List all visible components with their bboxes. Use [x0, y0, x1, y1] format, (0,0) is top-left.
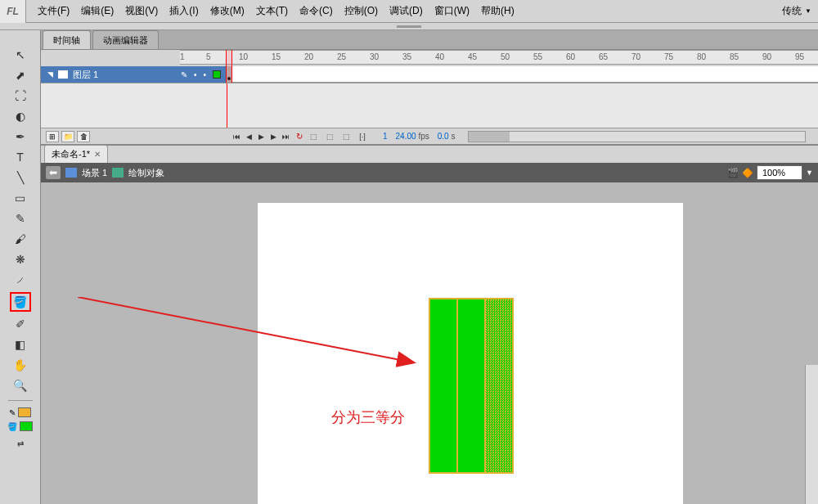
shape-segment-3-selected[interactable]: [485, 299, 513, 473]
lasso-tool[interactable]: ◐: [12, 108, 29, 124]
ruler-mark: 45: [468, 52, 477, 61]
vertical-scrollbar[interactable]: [805, 365, 818, 504]
main-menubar: FL 文件(F) 编辑(E) 视图(V) 插入(I) 修改(M) 文本(T) 命…: [0, 0, 818, 23]
onion-markers-button[interactable]: [·]: [357, 131, 368, 142]
loop-icon[interactable]: ↻: [296, 132, 303, 141]
frame-ruler[interactable]: 1 5 10 15 20 25 30 35 40 45 50 55 60 65 …: [180, 50, 818, 65]
layer-lock-dot[interactable]: •: [203, 70, 206, 79]
playback-controls: ⏮ ◀ ▶ ▶ ⏭ ↻ ⬚ ⬚ ⬚ [·] 1 24.00 fps 0.0 s: [226, 131, 818, 142]
menu-window[interactable]: 窗口(W): [429, 1, 474, 21]
ruler-mark: 5: [206, 52, 211, 61]
subselection-tool[interactable]: ⬈: [12, 67, 29, 83]
ruler-mark: 60: [566, 52, 575, 61]
keyframe-1[interactable]: [226, 66, 232, 82]
rectangle-tool[interactable]: ▭: [12, 190, 29, 206]
next-frame-button[interactable]: ▶: [267, 131, 279, 142]
workspace-selector[interactable]: 传统 ▼: [782, 4, 818, 18]
zoom-selector[interactable]: 100%: [757, 165, 802, 180]
panel-grip[interactable]: [0, 23, 818, 30]
canvas-area[interactable]: 分为三等分: [41, 182, 818, 504]
deco-tool[interactable]: ❋: [12, 251, 29, 268]
ruler-mark: 20: [304, 52, 313, 61]
first-frame-button[interactable]: ⏮: [231, 131, 242, 142]
object-breadcrumb[interactable]: 绘制对象: [128, 167, 164, 179]
fill-color-swatch[interactable]: [20, 421, 33, 431]
annotation-text: 分为三等分: [331, 407, 405, 427]
document-tabs: 未命名-1* ✕: [41, 145, 818, 163]
hand-tool[interactable]: ✋: [12, 357, 29, 373]
fps-display: 24.00 fps: [396, 132, 429, 141]
eraser-tool[interactable]: ◧: [12, 336, 29, 353]
flash-logo: FL: [0, 0, 26, 23]
menu-help[interactable]: 帮助(H): [476, 1, 519, 21]
onion-outline-button[interactable]: ⬚: [324, 131, 335, 142]
menu-debug[interactable]: 调试(D): [384, 1, 428, 21]
line-tool[interactable]: ╲: [12, 169, 29, 186]
timeline-hscroll[interactable]: [468, 131, 806, 142]
tab-timeline[interactable]: 时间轴: [43, 30, 91, 49]
menu-text[interactable]: 文本(T): [251, 1, 293, 21]
back-button[interactable]: ⬅: [46, 166, 61, 179]
layer-buttons: ⊞ 📁 🗑: [41, 131, 226, 142]
ruler-mark: 25: [337, 52, 346, 61]
ruler-mark: 50: [501, 52, 510, 61]
drawing-object[interactable]: [429, 298, 514, 474]
last-frame-button[interactable]: ⏭: [280, 131, 291, 142]
new-folder-button[interactable]: 📁: [61, 131, 74, 142]
document-tab[interactable]: 未命名-1* ✕: [44, 145, 108, 163]
layer-outline-color[interactable]: [213, 70, 221, 79]
keyframe-dot-icon: [227, 77, 231, 80]
free-transform-tool[interactable]: ⛶: [12, 88, 29, 104]
close-icon[interactable]: ✕: [94, 150, 101, 159]
menu-edit[interactable]: 编辑(E): [76, 1, 119, 21]
new-layer-button[interactable]: ⊞: [46, 131, 59, 142]
menu-commands[interactable]: 命令(C): [294, 1, 338, 21]
play-button[interactable]: ▶: [255, 131, 267, 142]
ruler-mark: 40: [435, 52, 444, 61]
fill-color-row[interactable]: 🪣: [7, 421, 33, 431]
zoom-value: 100%: [762, 168, 785, 178]
swap-colors-button[interactable]: ⇄: [12, 435, 29, 452]
brush-tool[interactable]: 🖌: [12, 231, 29, 247]
timeline-ruler[interactable]: ● 🔒 □ 1 5 10 15 20 25 30 35 40 45 50 55: [41, 50, 818, 66]
pen-tool[interactable]: ✒: [12, 128, 29, 145]
shape-segment-1[interactable]: [429, 299, 457, 473]
bucket-icon: 🪣: [7, 422, 17, 431]
ruler-mark: 15: [272, 52, 281, 61]
layer-info[interactable]: ◥ 图层 1 ✎ • •: [41, 66, 226, 83]
onion-skin-button[interactable]: ⬚: [308, 131, 319, 142]
paint-bucket-tool[interactable]: 🪣: [12, 294, 29, 310]
layer-expand-icon[interactable]: ◥: [47, 70, 53, 79]
edit-multiple-button[interactable]: ⬚: [340, 131, 352, 142]
text-tool[interactable]: T: [12, 149, 29, 165]
time-display: 0.0 s: [438, 132, 456, 141]
menu-control[interactable]: 控制(O): [339, 1, 383, 21]
menu-modify[interactable]: 修改(M): [205, 1, 249, 21]
scene-breadcrumb[interactable]: 场景 1: [82, 167, 107, 179]
zoom-tool[interactable]: 🔍: [12, 377, 29, 394]
stroke-color-swatch[interactable]: [18, 407, 31, 417]
delete-layer-button[interactable]: 🗑: [77, 131, 90, 142]
menu-insert[interactable]: 插入(I): [164, 1, 203, 21]
ruler-mark: 10: [239, 52, 248, 61]
layer-frames[interactable]: [226, 66, 818, 83]
layer-name: 图层 1: [73, 69, 98, 81]
selection-tool[interactable]: ↖: [12, 47, 29, 63]
stroke-color-row[interactable]: ✎: [9, 407, 31, 417]
pencil-tool[interactable]: ✎: [12, 210, 29, 227]
bone-tool[interactable]: ⟋: [12, 272, 29, 288]
tab-motion-editor[interactable]: 动画编辑器: [92, 30, 159, 49]
menu-file[interactable]: 文件(F): [33, 1, 74, 21]
edit-scene-icon[interactable]: 🎬: [727, 168, 739, 178]
layer-visibility-dot[interactable]: •: [194, 70, 197, 79]
ruler-mark: 30: [370, 52, 379, 61]
menu-view[interactable]: 视图(V): [120, 1, 163, 21]
layer-row[interactable]: ◥ 图层 1 ✎ • •: [41, 66, 818, 83]
edit-symbol-icon[interactable]: 🔶: [742, 168, 753, 178]
scrollbar-thumb[interactable]: [469, 132, 510, 142]
eyedropper-tool[interactable]: ✐: [12, 316, 29, 332]
zoom-dropdown-icon[interactable]: ▼: [806, 169, 813, 177]
shape-segment-2[interactable]: [457, 299, 485, 473]
prev-frame-button[interactable]: ◀: [243, 131, 254, 142]
current-frame: 1: [383, 132, 388, 141]
